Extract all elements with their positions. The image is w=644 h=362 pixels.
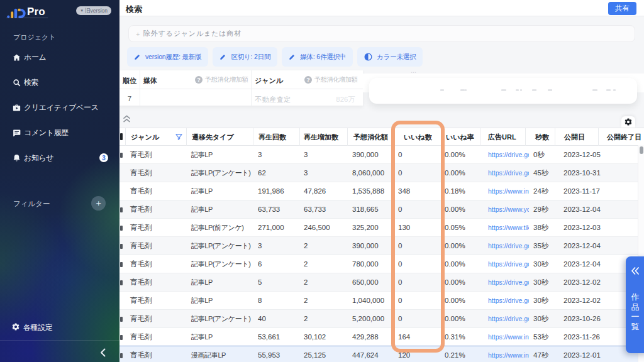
cell-plays: 271,000 [253,219,299,237]
chip-media[interactable]: 媒体: 6件選択中 [282,47,353,67]
cell-type: 記事LP [186,200,253,219]
clipped-column-fragment [120,317,123,322]
col-header-genre[interactable]: ジャンル [125,128,186,146]
cell-spend: 1,535,888 [347,182,393,200]
clipped-column-fragment [120,335,123,340]
cell-genre: 育毛剤 [125,328,186,346]
cell-url[interactable]: https://www.ins [480,328,529,346]
cell-date: 2023-11-26 [555,328,604,346]
filter-funnel-icon[interactable] [175,134,182,141]
cell-sec: 30秒 [525,310,555,328]
cell-genre: 育毛剤 [125,146,186,164]
ellipsis-icon: ⋯ [411,69,417,75]
cell-type: 記事LP(アンケート) [186,310,253,328]
cell-likes: 0 [393,146,443,164]
table-row[interactable]: 育毛剤漫画記事LP55,95325,125447,6241200.21%http… [119,346,644,362]
sidebar-item-search[interactable]: 検索 [0,70,119,95]
table-row[interactable]: 育毛剤記事LP63,73363,733318,66500.00%https://… [119,200,644,219]
cell-url[interactable]: https://drive.go [480,273,529,292]
table-row[interactable]: 育毛剤記事LP53,66130,102429,2881640.31%https:… [119,328,644,346]
cell-sec: 38秒 [525,219,555,237]
table-row[interactable]: 育毛剤記事LP(アンケート)32390,00000.00%https://dri… [119,237,644,255]
cell-plays: 55,953 [253,346,299,362]
cell-spend: 780,000 [347,255,393,273]
table-row[interactable]: 育毛剤記事LP191,98647,8261,535,8883480.18%htt… [119,182,644,200]
col-header-ad-url[interactable]: 広告URL [480,128,529,146]
col-header-like-rate[interactable]: いいね率 [443,128,480,146]
cell-type: 記事LP(アンケート) [186,164,253,182]
col-header-publish-date[interactable]: 公開日 [555,128,604,146]
cell-inc: 246,500 [299,219,347,237]
chip-interval[interactable]: 区切り: 2日間 [213,47,277,67]
cell-sec: 0秒 [525,146,555,164]
old-version-button[interactable]: ▼ 旧version [76,6,111,15]
cell-rate: 0.00% [443,200,480,219]
cell-url[interactable]: https://drive.go [480,146,529,164]
col-header-plays[interactable]: 再生回数 [253,128,299,146]
pencil-icon [289,53,296,60]
cell-rate: 0.00% [443,292,480,310]
cell-url[interactable]: https://www.ins [480,346,529,362]
table-row[interactable]: 育毛剤記事LP(前アンケ)271,000246,500325,2001300.0… [119,219,644,237]
rank-divider [251,70,252,106]
cell-likes: 0 [393,292,443,310]
share-button[interactable]: 共有 [608,2,636,15]
table-row[interactable]: 育毛剤記事LP(アンケート)6238,060,00000.00%https://… [119,164,644,182]
exclude-genre-input[interactable]: ＋ 除外するジャンルまたは商材 [128,25,635,42]
add-filter-button[interactable]: ＋ [91,196,106,211]
rank-col-expected1: ?予想消化増加額 [195,75,248,84]
sidebar-collapse-button[interactable] [97,347,109,358]
cell-url[interactable]: https://www.tikt [480,219,529,237]
sidebar-item-settings[interactable]: 各種設定 [0,316,119,339]
col-header-expected-spend[interactable]: 予想消化額 [347,128,393,146]
cell-url[interactable]: https://drive.go [480,310,529,328]
cell-url[interactable]: https://drive.go [480,237,529,255]
cell-plays: 53,661 [253,328,299,346]
sidebar-item-home[interactable]: ホーム [0,45,119,70]
cell-plays: 6 [253,255,299,273]
cell-url[interactable]: https://drive.go [480,164,529,182]
cell-url[interactable]: https://drive.go [480,292,529,310]
table-row[interactable]: 育毛剤記事LP52650,00000.00%https://drive.go30… [119,273,644,292]
faint-marks [369,89,637,92]
collapse-up-button[interactable] [123,114,131,123]
table-scrollbar-thumb[interactable] [640,146,643,154]
cell-inc: 47,826 [299,182,347,200]
chip-version-history[interactable]: version履歴: 最新版 [127,47,208,67]
cell-url[interactable]: https://drive.go [480,255,529,273]
cell-date: 2023-12-04 [555,255,604,273]
table-row[interactable]: 育毛剤記事LP(アンケート)4025,200,00000.00%https://… [119,310,644,328]
cell-sec: 24秒 [525,182,555,200]
cell-likes: 0 [393,273,443,292]
sidebar-nav: ホーム 検索 クリエイティブベース コメント履歴 お知らせ 3 [0,45,119,170]
cell-sec: 30秒 [525,273,555,292]
clipped-column-fragment [120,226,123,231]
cell-rate: 0.00% [443,255,480,273]
cell-likes: 120 [393,346,443,362]
filter-chips: version履歴: 最新版 区切り: 2日間 媒体: 6件選択中 カラー未選択 [127,47,423,67]
col-header-plays-increase[interactable]: 再生増加数 [299,128,347,146]
sidebar-item-notifications[interactable]: お知らせ 3 [0,145,119,170]
col-header-publish-end-date[interactable]: 公開終了日 [598,128,644,146]
col-header-likes[interactable]: いいね数 [393,128,443,146]
sidebar-item-creative-base[interactable]: クリエイティブベース [0,95,119,120]
cell-url[interactable]: https://www.ins [480,182,529,200]
cell-type: 記事LP [186,328,253,346]
table-body: 育毛剤記事LP33390,00000.00%https://drive.go0秒… [119,146,644,362]
table-row[interactable]: 育毛剤記事LP(アンケート)62780,00000.00%https://dri… [119,255,644,273]
cell-url[interactable]: https://www.you [480,200,529,219]
exclude-placeholder: 除外するジャンルまたは商材 [143,29,242,38]
works-list-panel[interactable]: 作品一覧 [626,256,644,353]
chip-color[interactable]: カラー未選択 [357,47,423,67]
cell-sec: 29秒 [525,200,555,219]
col-header-type[interactable]: 遷移先タイプ [186,128,253,146]
cell-spend: 325,200 [347,219,393,237]
table-settings-button[interactable] [621,116,635,128]
col-header-seconds[interactable]: 秒数 [525,128,555,146]
cell-rate: 0.05% [443,219,480,237]
table-row[interactable]: 育毛剤記事LP821,040,00000.00%https://drive.go… [119,292,644,310]
table-row[interactable]: 育毛剤記事LP33390,00000.00%https://drive.go0秒… [119,146,644,164]
sidebar-item-comment-history[interactable]: コメント履歴 [0,120,119,145]
cell-inc: 2 [299,292,347,310]
comment-history-icon [13,128,21,138]
